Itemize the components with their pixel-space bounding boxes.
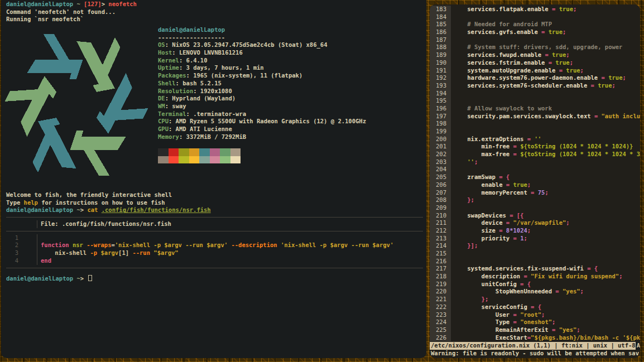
line-number: 216 (430, 258, 451, 266)
line-number: 207 (430, 189, 451, 197)
neofetch-info-line: Host: LENOVO LNVNB161216 (158, 49, 366, 57)
editor-line: 224 Type = "oneshot"; (430, 318, 640, 326)
palette-swatch (199, 148, 210, 156)
palette-row (158, 156, 366, 164)
editor-text-area[interactable]: 183 services.flatpak.enable = true;18418… (430, 6, 640, 341)
palette-swatch (220, 148, 230, 156)
code-text: priority = 1; (451, 235, 527, 243)
palette-swatch (189, 148, 200, 156)
editor-line: 184 (430, 13, 640, 21)
code-text: hardware.system76.power-daemon.enable = … (451, 74, 626, 82)
editor-line: 203 ''; (430, 158, 640, 166)
code-text: systemd.services.fix-suspend-wifi = { (451, 265, 598, 273)
code-text: services.fstrim.enable = true; (451, 59, 573, 67)
code-text (451, 120, 453, 128)
desktop: { "colors": { "t": "#5aa7a0", "ol": "#9a… (0, 0, 644, 362)
terminal-window[interactable]: daniel@danielLaptop ~ [127]> neofetchCom… (1, 0, 426, 358)
code-text: security.pam.services.swaylock.text = "a… (451, 113, 640, 120)
neofetch-info-line: CPU: AMD Ryzen 5 5500U with Radeon Graph… (158, 118, 366, 126)
code-text: memoryPercent = 75; (451, 189, 549, 197)
code-text: size = 8*1024; (451, 227, 531, 235)
line-number: 226 (430, 334, 451, 342)
code-text: device = "/var/swapfile"; (451, 219, 570, 227)
editor-line: 210 swapDevices = [{ (430, 212, 640, 220)
code-text: min-free = ${toString (1024 * 1024 * 102… (451, 143, 633, 151)
line-number: 222 (430, 303, 451, 311)
editor-line: 220 StopWhenUnneeded = "yes"; (430, 288, 640, 296)
bat-separator (6, 268, 423, 268)
editor-line: 189 services.fwupd.enable = true; (430, 51, 640, 59)
bat-gutter (6, 220, 37, 228)
code-text: serviceConfig = { (451, 303, 541, 311)
code-text (451, 258, 453, 266)
code-text (451, 128, 453, 136)
code-text (451, 166, 453, 173)
editor-window[interactable]: 183 services.flatpak.enable = true;18418… (430, 4, 640, 358)
line-number: 225 (430, 326, 451, 334)
line-number: 200 (430, 136, 451, 143)
line-number: 224 (430, 318, 451, 326)
code-text: ''; (451, 158, 478, 166)
terminal-line: Running `nsr neofetch` (6, 16, 137, 23)
line-number: 208 (430, 196, 451, 204)
code-text (451, 13, 453, 21)
editor-line: 193 services.system76-scheduler.enable =… (430, 82, 640, 90)
line-number: 203 (430, 158, 451, 166)
neofetch-info-line: GPU: AMD ATI Lucienne (158, 126, 366, 133)
editor-line: 197 security.pam.services.swaylock.text … (430, 113, 640, 120)
line-number: 223 (430, 311, 451, 319)
line-number: 202 (430, 151, 451, 158)
editor-line: 192 hardware.system76.power-daemon.enabl… (430, 74, 640, 82)
code-text: }; (451, 196, 474, 204)
code-text: system.autoUpgrade.enable = true; (451, 67, 584, 75)
editor-line: 223 User = "root"; (430, 311, 640, 319)
editor-line: 196 # Allow swaylock to work (430, 105, 640, 113)
editor-line: 213 priority = 1; (430, 235, 640, 243)
palette-swatch (179, 148, 189, 156)
code-text: max-free = ${toString (1024 * 1024 * 102… (451, 151, 640, 158)
code-text (451, 90, 453, 98)
editor-line: 198 (430, 120, 640, 128)
code-text (451, 97, 453, 105)
code-text: swapDevices = [{ (451, 212, 523, 220)
shell-line: Welcome to fish, the friendly interactiv… (6, 191, 423, 199)
editor-line: 217 systemd.services.fix-suspend-wifi = … (430, 265, 640, 273)
editor-line: 183 services.flatpak.enable = true; (430, 6, 640, 13)
palette-swatch (189, 156, 200, 164)
editor-line: 225 RemainAfterExit = "yes"; (430, 326, 640, 334)
editor-line: 214 }]; (430, 242, 640, 250)
palette-swatch (158, 148, 169, 156)
neofetch-underline: ------------------- (158, 34, 366, 42)
editor-status-bar: /etc/nixos/configuration.nix (1,1) | ft:… (430, 342, 640, 350)
line-number: 194 (430, 90, 451, 98)
neofetch-info: daniel@danielLaptop ------------------- … (158, 26, 366, 163)
shell-output: Welcome to fish, the friendly interactiv… (6, 191, 423, 282)
code-text (451, 36, 453, 44)
neofetch-info-line: WM: sway (158, 103, 366, 110)
bat-file-label: File: (41, 220, 62, 227)
neofetch-info-line: Memory: 3372MiB / 7292MiB (158, 133, 366, 141)
palette-swatch (199, 156, 210, 164)
neofetch-info-line: Terminal: .terminator-wra (158, 110, 366, 118)
line-number: 186 (430, 28, 451, 36)
line-number: 205 (430, 173, 451, 181)
bat-code-line: 3 nix-shell -p $argv[1] --run "$argv" (6, 249, 423, 257)
code-text: ExecStart="${pkgs.bash}/bin/bash -c '${p… (451, 334, 640, 342)
code-text: services.gvfs.enable = true; (451, 28, 566, 36)
line-number: 210 (430, 212, 451, 220)
palette-swatch (179, 156, 189, 164)
line-number: 212 (430, 227, 451, 235)
code-text: unitConfig = { (451, 281, 531, 288)
line-number: 215 (430, 250, 451, 258)
line-number: 213 (430, 235, 451, 243)
line-number: 217 (430, 265, 451, 273)
palette-swatch (169, 148, 179, 156)
code-text: }; (451, 296, 488, 303)
editor-line: 219 unitConfig = { (430, 281, 640, 288)
line-number: 191 (430, 67, 451, 75)
editor-line: 199 (430, 128, 640, 136)
code-text: RemainAfterExit = "yes"; (451, 326, 580, 334)
shell-prompt[interactable]: daniel@danielLaptop ~> (6, 275, 423, 283)
code-text: end (37, 257, 51, 265)
code-text (451, 204, 453, 212)
